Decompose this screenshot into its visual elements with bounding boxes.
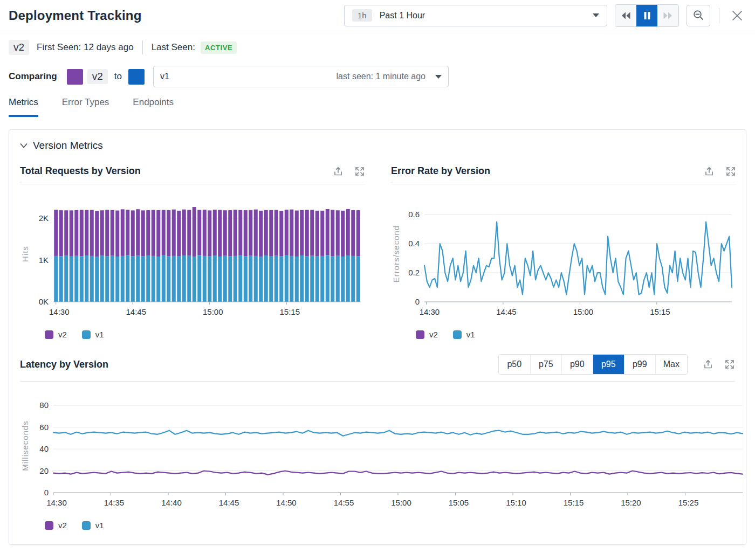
tab-metrics[interactable]: Metrics [9, 97, 38, 117]
svg-text:60: 60 [39, 423, 49, 432]
close-button[interactable] [728, 6, 746, 25]
percentile-p90[interactable]: p90 [561, 355, 593, 374]
chart-legend: v2 v1 [45, 330, 365, 339]
export-button[interactable] [703, 359, 713, 370]
svg-text:14:35: 14:35 [104, 498, 125, 507]
svg-text:Errors/second: Errors/second [392, 225, 401, 282]
svg-text:14:45: 14:45 [126, 307, 146, 316]
svg-text:15:15: 15:15 [650, 307, 670, 316]
percentile-p95[interactable]: p95 [593, 355, 624, 374]
section-title: Version Metrics [33, 140, 103, 151]
expand-icon [725, 166, 736, 177]
svg-text:20: 20 [39, 466, 49, 475]
expand-button[interactable] [724, 359, 735, 370]
svg-text:15:00: 15:00 [391, 498, 411, 507]
tab-error-types[interactable]: Error Types [62, 97, 109, 117]
chart-title-error-rate: Error Rate by Version [391, 165, 490, 177]
svg-text:14:45: 14:45 [219, 498, 239, 507]
svg-text:15:25: 15:25 [678, 498, 699, 507]
to-label: to [114, 71, 122, 82]
caret-down-icon [435, 75, 442, 79]
legend-item-v1[interactable]: v1 [82, 521, 104, 530]
chart-title-latency: Latency by Version [20, 359, 108, 370]
percentile-max[interactable]: Max [655, 355, 687, 374]
pause-button[interactable] [636, 5, 657, 26]
legend-item-v2[interactable]: v2 [45, 521, 67, 530]
latency-chart: 020406080Milliseconds14:3014:3514:4014:4… [20, 391, 747, 515]
v2-color-swatch [45, 521, 53, 530]
legend-item-v2[interactable]: v2 [45, 330, 67, 339]
last-seen-label: Last Seen: [152, 42, 195, 53]
page-title: Deployment Tracking [9, 8, 142, 23]
time-range-dropdown[interactable]: 1h Past 1 Hour [344, 5, 607, 26]
svg-text:2K: 2K [39, 213, 49, 223]
svg-text:14:30: 14:30 [420, 307, 440, 316]
header: Deployment Tracking 1h Past 1 Hour [0, 0, 755, 31]
first-seen-text: First Seen: 12 days ago [37, 42, 134, 53]
playback-controls [615, 4, 679, 27]
export-icon [704, 166, 715, 177]
chart-legend: v2 v1 [45, 521, 735, 530]
expand-button[interactable] [354, 166, 365, 177]
export-icon [703, 359, 713, 370]
svg-text:Hits: Hits [20, 246, 30, 262]
svg-text:14:30: 14:30 [46, 498, 67, 507]
status-badge: ACTIVE [201, 42, 237, 54]
percentile-p75[interactable]: p75 [530, 355, 561, 374]
time-range-label: Past 1 Hour [380, 11, 425, 20]
svg-text:15:20: 15:20 [621, 498, 641, 507]
svg-text:14:45: 14:45 [496, 307, 517, 316]
version-summary-bar: v2 First Seen: 12 days ago Last Seen: AC… [0, 31, 755, 64]
legend-item-v2[interactable]: v2 [416, 330, 438, 339]
chevron-down-icon [20, 143, 28, 149]
version-chip: v2 [9, 40, 29, 55]
export-button[interactable] [333, 166, 344, 177]
svg-text:14:30: 14:30 [49, 307, 70, 316]
tab-bar: Metrics Error Types Endpoints [0, 89, 755, 117]
expand-icon [354, 166, 365, 177]
percentile-p50[interactable]: p50 [499, 355, 530, 374]
legend-item-v1[interactable]: v1 [82, 330, 104, 339]
percentile-p99[interactable]: p99 [624, 355, 655, 374]
time-range-badge: 1h [352, 9, 372, 22]
svg-text:0.2: 0.2 [408, 268, 420, 277]
header-divider [719, 8, 719, 23]
svg-text:14:55: 14:55 [334, 498, 354, 507]
rewind-button[interactable] [615, 5, 636, 26]
divider [142, 40, 143, 54]
svg-text:Milliseconds: Milliseconds [20, 420, 30, 471]
svg-text:15:00: 15:00 [203, 307, 223, 316]
legend-item-v1[interactable]: v1 [453, 330, 475, 339]
compare-version-selected: v1 [160, 72, 169, 81]
compare-version-last-seen: last seen: 1 minute ago [337, 72, 425, 81]
fast-forward-icon [663, 11, 673, 20]
svg-text:80: 80 [39, 400, 49, 410]
svg-text:15:15: 15:15 [564, 498, 584, 507]
pause-icon [643, 11, 651, 20]
zoom-out-button[interactable] [687, 5, 710, 26]
total-requests-chart: 0K1K2KHits14:3014:4515:0015:15 [20, 198, 365, 324]
svg-text:15:00: 15:00 [573, 307, 594, 316]
svg-text:0.6: 0.6 [408, 210, 420, 219]
export-button[interactable] [704, 166, 715, 177]
v1-color-swatch [82, 521, 91, 530]
v1-color-swatch [128, 69, 145, 85]
svg-text:0K: 0K [39, 297, 49, 306]
error-rate-chart-panel: Error Rate by Version [391, 165, 736, 339]
expand-button[interactable] [725, 166, 736, 177]
svg-text:0.4: 0.4 [408, 239, 420, 248]
svg-text:0: 0 [44, 488, 49, 497]
section-header-version-metrics[interactable]: Version Metrics [20, 140, 735, 151]
version-metrics-card: Version Metrics Total Requests by Versio… [9, 129, 746, 545]
chart-title-total-requests: Total Requests by Version [20, 165, 141, 177]
svg-text:14:50: 14:50 [276, 498, 297, 507]
fast-forward-button[interactable] [657, 5, 678, 26]
export-icon [333, 166, 344, 177]
tab-endpoints[interactable]: Endpoints [133, 97, 174, 117]
compare-version-dropdown[interactable]: v1 last seen: 1 minute ago [153, 66, 449, 87]
chart-legend: v2 v1 [416, 330, 736, 339]
v2-color-swatch [45, 330, 53, 339]
expand-icon [724, 359, 735, 370]
svg-text:15:15: 15:15 [279, 307, 300, 316]
svg-text:40: 40 [39, 444, 49, 453]
